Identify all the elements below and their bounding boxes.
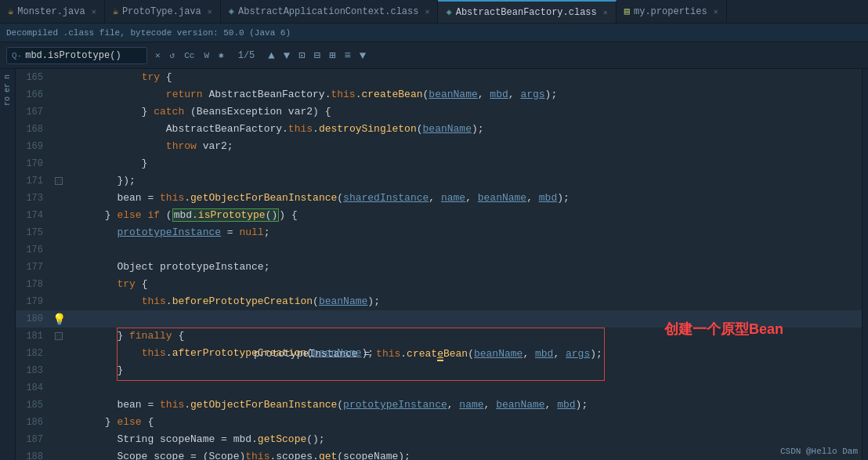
- table-row: 168 AbstractBeanFactory.this.destroySing…: [16, 121, 862, 138]
- line-content[interactable]: [67, 241, 862, 259]
- line-gutter: [51, 276, 67, 293]
- search-clear[interactable]: ✕: [152, 49, 164, 61]
- line-content[interactable]: Scope scope = (Scope)this.scopes.get(sco…: [67, 448, 862, 460]
- search-bar: Q- mbd.isPrototype() ✕ ↺ Cc W ✱ 1/5 ▲ ▼ …: [0, 42, 868, 69]
- line-content[interactable]: bean = this.getObjectForBeanInstance(pro…: [67, 397, 862, 414]
- line-gutter: [51, 241, 67, 259]
- line-number: 169: [16, 138, 51, 155]
- search-input-area[interactable]: Q- mbd.isPrototype(): [6, 47, 147, 64]
- line-number: 179: [16, 293, 51, 310]
- tab-close[interactable]: ✕: [603, 8, 608, 17]
- line-gutter: [51, 431, 67, 448]
- debug-marker: 💡: [52, 313, 66, 326]
- line-content[interactable]: prototypeInstance = null;: [67, 224, 862, 241]
- tab-myprops[interactable]: ▤ my.properties ✕: [617, 0, 727, 24]
- tab-label: AbstractBeanFactory.class: [456, 7, 597, 18]
- table-row: 169 throw var2;: [16, 138, 862, 155]
- line-content[interactable]: } else if (mbd.isPrototype()) {: [67, 207, 862, 224]
- table-row: 166 return AbstractBeanFactory.this.crea…: [16, 86, 862, 103]
- search-word[interactable]: W: [201, 50, 212, 61]
- left-gutter: n er ro: [0, 69, 16, 460]
- tab-abstractbean[interactable]: ◈ AbstractBeanFactory.class ✕: [438, 0, 616, 24]
- tab-prototype[interactable]: ☕ ProtoType.java ✕: [105, 0, 221, 24]
- line-number: 178: [16, 276, 51, 293]
- line-gutter: [51, 207, 67, 224]
- search-option2[interactable]: ⊟: [312, 49, 323, 62]
- code-container[interactable]: 165 try { 166 return AbstractBeanFactory…: [16, 69, 862, 460]
- line-content[interactable]: String scopeName = mbd.getScope();: [67, 431, 862, 448]
- table-row: 170 }: [16, 155, 862, 172]
- table-row: 185 bean = this.getObjectForBeanInstance…: [16, 397, 862, 414]
- search-prefix: Q-: [12, 51, 22, 60]
- table-row: 184: [16, 379, 862, 397]
- line-gutter: [51, 414, 67, 431]
- tab-close[interactable]: ✕: [714, 7, 718, 16]
- line-content[interactable]: [67, 379, 862, 397]
- table-row: 167 } catch (BeansException var2) {: [16, 103, 862, 121]
- prev-result-btn[interactable]: ▲: [266, 49, 277, 62]
- line-content[interactable]: this.beforePrototypeCreation(beanName);: [67, 293, 862, 310]
- line-content[interactable]: }: [67, 362, 862, 379]
- line-gutter: [51, 138, 67, 155]
- line-gutter: [51, 121, 67, 138]
- line-content[interactable]: } catch (BeansException var2) {: [67, 103, 862, 121]
- line-number: 170: [16, 155, 51, 172]
- line-content[interactable]: } else {: [67, 414, 862, 431]
- table-row: 176: [16, 241, 862, 259]
- line-number: 182: [16, 345, 51, 362]
- tab-close[interactable]: ✕: [92, 7, 96, 16]
- tab-monster[interactable]: ☕ Monster.java ✕: [0, 0, 105, 24]
- table-row: 178 try {: [16, 276, 862, 293]
- tab-label: my.properties: [634, 6, 707, 17]
- line-number: 185: [16, 397, 51, 414]
- line-number: 184: [16, 379, 51, 397]
- search-count: 1/5: [238, 50, 255, 61]
- line-gutter: [51, 293, 67, 310]
- line-number: 171: [16, 172, 51, 190]
- fold-marker[interactable]: □: [55, 332, 63, 340]
- line-number: 180: [16, 310, 51, 328]
- line-content[interactable]: this.afterPrototypeCreation(beanName);: [67, 345, 862, 362]
- search-case[interactable]: Cc: [181, 50, 197, 61]
- line-gutter: [51, 103, 67, 121]
- line-number: 175: [16, 224, 51, 241]
- line-number: 165: [16, 69, 51, 86]
- tab-label: Monster.java: [17, 6, 85, 17]
- line-gutter: □: [51, 328, 67, 345]
- line-gutter: 💡: [51, 310, 67, 328]
- search-filter[interactable]: ▼: [357, 49, 368, 62]
- table-row: 171 □ });: [16, 172, 862, 190]
- line-content[interactable]: try {: [67, 69, 862, 86]
- fold-marker[interactable]: □: [55, 177, 63, 185]
- gutter-label-ro: ro: [3, 96, 12, 106]
- line-content[interactable]: bean = this.getObjectForBeanInstance(sha…: [67, 190, 862, 207]
- line-number: 166: [16, 86, 51, 103]
- line-content[interactable]: Object prototypeInstance;: [67, 259, 862, 276]
- table-row: 177 Object prototypeInstance;: [16, 259, 862, 276]
- line-gutter: [51, 448, 67, 460]
- table-row: 174 } else if (mbd.isPrototype()) {: [16, 207, 862, 224]
- line-number: 187: [16, 431, 51, 448]
- tab-close[interactable]: ✕: [208, 7, 212, 16]
- search-option1[interactable]: ⊡: [296, 49, 307, 62]
- table-row: 173 bean = this.getObjectForBeanInstance…: [16, 190, 862, 207]
- line-content[interactable]: throw var2;: [67, 138, 862, 155]
- search-option3[interactable]: ⊞: [327, 49, 338, 62]
- line-content[interactable]: try {: [67, 276, 862, 293]
- line-content[interactable]: return AbstractBeanFactory.this.createBe…: [67, 86, 862, 103]
- search-refresh[interactable]: ↺: [167, 49, 179, 61]
- search-regex[interactable]: ✱: [215, 49, 227, 61]
- tab-close[interactable]: ✕: [425, 7, 429, 16]
- search-query[interactable]: mbd.isPrototype(): [25, 50, 121, 61]
- search-option4[interactable]: ≡: [342, 49, 353, 62]
- line-gutter: [51, 224, 67, 241]
- search-actions: ✕ ↺ Cc W ✱: [152, 49, 227, 61]
- scrollbar-vertical[interactable]: [862, 69, 868, 460]
- next-result-btn[interactable]: ▼: [281, 49, 292, 62]
- line-number: 167: [16, 103, 51, 121]
- line-content[interactable]: }: [67, 155, 862, 172]
- tab-abstractapp[interactable]: ◈ AbstractApplicationContext.class ✕: [221, 0, 439, 24]
- class-icon: ◈: [229, 5, 234, 17]
- line-content[interactable]: });: [67, 172, 862, 190]
- line-content[interactable]: AbstractBeanFactory.this.destroySingleto…: [67, 121, 862, 138]
